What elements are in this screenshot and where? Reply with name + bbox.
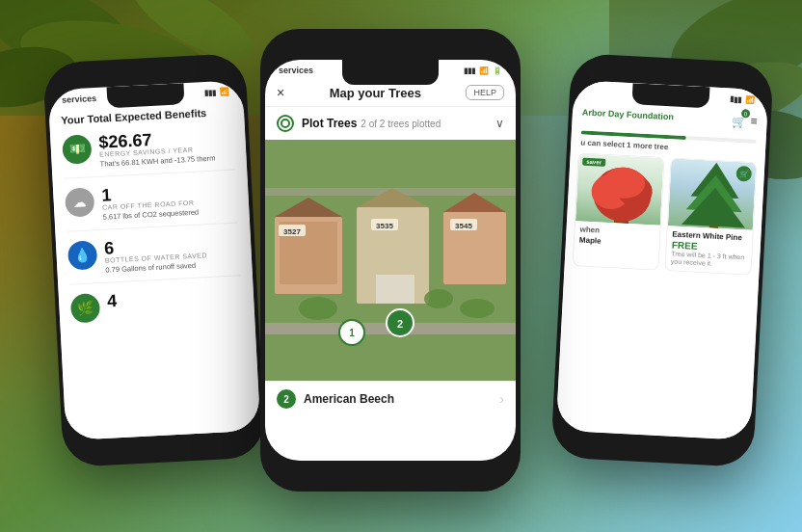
svg-marker-16: [376, 275, 414, 304]
phones-container: services ▮▮▮ 📶 Your Total Expected Benef…: [0, 0, 802, 532]
plot-radio-button[interactable]: [277, 115, 294, 132]
center-screen-title: Map your Trees: [330, 86, 421, 100]
left-phone-notch: [107, 83, 185, 108]
close-button[interactable]: ×: [277, 85, 284, 100]
plot-count: 2 of 2 trees plotted: [361, 119, 441, 129]
right-wifi-icon: 📶: [745, 95, 755, 105]
pine-sub: Tree will be 1 - 3 ft when you receive i…: [671, 250, 747, 270]
select-highlight: 1: [627, 141, 631, 149]
left-screen-content: Your Total Expected Benefits 💵 $26.67 EN…: [49, 97, 261, 440]
help-button[interactable]: HELP: [466, 85, 504, 100]
center-phone-notch: [342, 60, 439, 85]
tree-number-badge: 2: [277, 389, 296, 409]
signal-icon: ▮▮▮: [204, 88, 216, 97]
tree-cards-container: saver when Maple: [565, 152, 765, 276]
tree-bottom-info[interactable]: 2 American Beech ›: [265, 381, 516, 416]
right-screen-content: x ▮▮▮ 📶 Arbor Day Foundation 🛒 0: [556, 80, 769, 440]
benefit-extra-icon: 🌿: [70, 293, 101, 324]
pine-card-info: Eastern White Pine FREE Tree will be 1 -…: [665, 226, 752, 274]
foundation-name: Arbor Day Foundation: [582, 107, 674, 121]
plot-radio-inner: [281, 119, 290, 128]
pine-cart-icon[interactable]: 🛒: [735, 166, 752, 182]
map-area: 3527 3535 3545 1 2: [265, 140, 516, 381]
benefit-co2-icon: ☁: [65, 187, 95, 218]
center-signal-icon: ▮▮▮: [464, 66, 475, 75]
wifi-icon: 📶: [220, 87, 229, 96]
maple-card-info: when Maple: [574, 221, 659, 253]
svg-text:3527: 3527: [283, 227, 301, 236]
svg-point-20: [424, 289, 453, 308]
maple-tree-card[interactable]: saver when Maple: [573, 152, 665, 270]
right-phone: x ▮▮▮ 📶 Arbor Day Foundation 🛒 0: [550, 53, 774, 467]
left-app-label: services: [62, 93, 97, 105]
benefit-water-icon: 💧: [67, 240, 98, 271]
benefit-energy-savings: 💵 $26.67 ENERGY SAVINGS / YEAR That's 66…: [62, 127, 235, 179]
left-screen-title: Your Total Expected Benefits: [61, 106, 232, 126]
center-phone-screen: services ▮▮▮ 📶 🔋 × Map your Trees HELP P…: [265, 60, 516, 461]
select-prefix: u can select: [580, 138, 625, 148]
svg-text:3545: 3545: [455, 222, 472, 230]
center-app-label: services: [279, 66, 313, 75]
svg-text:2: 2: [397, 318, 403, 330]
center-battery-icon: 🔋: [493, 66, 502, 75]
benefit-car-info: 1 CAR OFF THE ROAD FOR 5,617 lbs of CO2 …: [101, 182, 199, 222]
center-status-icons: ▮▮▮ 📶 🔋: [464, 66, 502, 75]
cart-container: 🛒 0: [732, 112, 747, 130]
benefit-extra-info: 4: [107, 292, 118, 309]
right-header-actions: 🛒 0 ≡: [732, 112, 758, 130]
tree-number: 2: [283, 394, 289, 405]
right-signal-icon: ▮▮▮: [730, 94, 741, 104]
svg-text:3535: 3535: [376, 222, 393, 230]
center-wifi-icon: 📶: [479, 66, 489, 75]
cart-badge: 0: [741, 109, 750, 118]
saver-badge: saver: [582, 158, 605, 167]
map-svg: 3527 3535 3545 1 2: [265, 140, 516, 381]
maple-condition-text: when: [579, 225, 600, 234]
benefit-extra-amount: 4: [107, 292, 118, 309]
plot-bar[interactable]: Plot Trees 2 of 2 trees plotted ∨: [265, 107, 516, 140]
pine-tree-image: 🛒: [668, 158, 757, 230]
maple-bg: saver: [575, 153, 664, 226]
left-phone-screen: services ▮▮▮ 📶 Your Total Expected Benef…: [48, 80, 261, 440]
benefit-extra: 🌿 4: [70, 285, 244, 331]
right-phone-screen: x ▮▮▮ 📶 Arbor Day Foundation 🛒 0: [556, 80, 769, 440]
left-status-icons: ▮▮▮ 📶: [204, 87, 229, 96]
tree-chevron-right-icon: ›: [499, 391, 504, 407]
left-phone: services ▮▮▮ 📶 Your Total Expected Benef…: [42, 53, 266, 467]
pine-cart-container: 🛒: [735, 166, 752, 182]
maple-tree-image: saver: [575, 153, 664, 226]
svg-point-19: [299, 297, 337, 320]
benefit-water-info: 6 BOTTLES OF WATER SAVED 0.79 Gallons of…: [104, 234, 208, 275]
svg-text:1: 1: [349, 328, 355, 338]
hamburger-menu-icon[interactable]: ≡: [750, 115, 758, 128]
center-phone: services ▮▮▮ 📶 🔋 × Map your Trees HELP P…: [260, 29, 521, 492]
plot-label: Plot Trees: [302, 117, 357, 130]
maple-name: Maple: [579, 235, 655, 248]
tree-name: American Beech: [304, 392, 394, 406]
select-suffix: more tree: [633, 141, 669, 151]
pine-tree-card[interactable]: 🛒 Eastern White Pine FREE Tree will be 1…: [664, 157, 757, 275]
foundation-logo: Arbor Day Foundation: [582, 107, 674, 121]
benefit-energy-info: $26.67 ENERGY SAVINGS / YEAR That's 66.8…: [98, 128, 216, 169]
benefit-car: ☁ 1 CAR OFF THE ROAD FOR 5,617 lbs of CO…: [65, 179, 238, 231]
right-phone-notch: [631, 83, 709, 108]
svg-point-21: [460, 299, 495, 318]
right-status-icons: ▮▮▮ 📶: [730, 94, 755, 104]
benefit-water: 💧 6 BOTTLES OF WATER SAVED 0.79 Gallons …: [67, 232, 241, 284]
chevron-down-icon[interactable]: ∨: [495, 117, 504, 130]
benefit-money-icon: 💵: [62, 134, 93, 165]
